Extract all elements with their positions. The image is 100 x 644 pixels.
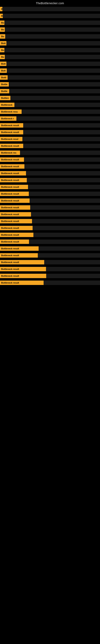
bar-background: [44, 260, 100, 264]
bar-background: [10, 96, 100, 100]
bar-label: Bo: [0, 27, 5, 32]
bar-background: [31, 212, 100, 216]
bar-background: [9, 89, 100, 94]
bar-label: Bottleneck result: [0, 192, 29, 196]
bar-row: Bottlen: [0, 94, 100, 102]
bar-label: Bottleneck result: [0, 233, 33, 237]
bar-background: [24, 158, 100, 162]
bar-row: Bottleneck result: [0, 211, 100, 218]
bar-background: [5, 55, 100, 59]
bar-row: Bottleneck r: [0, 115, 100, 122]
bar-label: Bottle: [0, 89, 9, 94]
bar-background: [29, 192, 100, 196]
bar-row: Bottleneck result: [0, 142, 100, 149]
bar-label: Bottleneck result: [0, 260, 44, 264]
bar-label: Bottleneck res: [0, 150, 20, 155]
bar-row: Bo: [0, 54, 100, 60]
bar-row: Bottle: [0, 81, 100, 88]
bar-background: [23, 130, 100, 134]
bar-background: [44, 280, 100, 285]
bar-label: Bottleneck result: [0, 212, 31, 216]
bar-label: Bo: [0, 48, 4, 52]
bar-background: [46, 267, 100, 271]
bar-row: Bottleneck result: [0, 156, 100, 163]
bar-background: [9, 82, 100, 86]
bar-background: [20, 150, 100, 155]
bar-row: Bottleneck result: [0, 224, 100, 232]
bar-row: Bo: [0, 19, 100, 26]
bar-row: Bottleneck result: [0, 177, 100, 184]
bar-background: [7, 68, 100, 73]
bar-label: Bottleneck result: [0, 178, 27, 182]
bar-row: Bottleneck result: [0, 197, 100, 204]
bar-row: Bottleneck result: [0, 204, 100, 211]
bar-label: Bott: [0, 41, 6, 46]
bar-row: B: [0, 6, 100, 12]
bar-background: [33, 233, 100, 237]
bar-label: Bottleneck result: [0, 205, 30, 210]
bar-label: Bottleneck: [0, 103, 14, 107]
bar-row: Bottleneck result: [0, 170, 100, 177]
bar-background: [4, 20, 100, 25]
bar-label: B: [0, 14, 3, 18]
bar-label: Bottlen: [0, 96, 10, 100]
bar-background: [28, 185, 100, 189]
bar-row: Bo: [0, 47, 100, 54]
bar-label: Bottleneck result: [0, 240, 29, 244]
bar-label: Bottleneck resu: [0, 110, 22, 114]
bar-background: [26, 171, 100, 176]
bar-label: Bottleneck result: [0, 130, 23, 134]
bar-label: Bottleneck result: [0, 280, 44, 285]
bar-label: Bottleneck result: [0, 267, 46, 271]
bar-label: Bottleneck result: [0, 246, 39, 251]
bar-row: Bottl: [0, 74, 100, 81]
bar-label: Bottleneck result: [0, 226, 33, 230]
bar-background: [23, 144, 100, 148]
bar-row: Bottleneck result: [0, 190, 100, 197]
bar-background: [22, 110, 100, 114]
bar-background: [5, 34, 100, 39]
bar-background: [46, 274, 100, 278]
bar-row: Bottleneck result: [0, 245, 100, 252]
bar-row: Bottleneck result: [0, 129, 100, 136]
bar-label: Bo: [0, 20, 4, 25]
bar-background: [5, 27, 100, 32]
bar-background: [27, 178, 100, 182]
bar-row: Bottleneck result: [0, 238, 100, 245]
bar-background: [24, 164, 100, 169]
bar-background: [32, 219, 100, 224]
bar-background: [30, 205, 100, 210]
bar-label: Bottleneck result: [0, 158, 24, 162]
bar-row: Bo: [0, 26, 100, 33]
bar-label: B: [0, 7, 2, 11]
bar-label: Bottleneck result: [0, 171, 26, 176]
bar-row: Bottleneck result: [0, 218, 100, 224]
bar-background: [33, 226, 100, 230]
bar-row: B: [0, 12, 100, 19]
bar-label: Bottleneck result: [0, 144, 23, 148]
bar-row: Bottleneck result: [0, 163, 100, 170]
bar-label: Bottleneck result: [0, 123, 23, 128]
bar-label: Bott: [0, 62, 6, 66]
bar-row: Bottleneck result: [0, 122, 100, 129]
bar-row: Bottleneck res: [0, 149, 100, 156]
bar-background: [3, 14, 100, 18]
bar-background: [4, 48, 100, 52]
bar-background: [23, 123, 100, 128]
bar-label: Bottle: [0, 82, 9, 86]
bar-background: [29, 240, 100, 244]
bar-background: [2, 7, 100, 11]
bar-background: [22, 137, 100, 141]
bar-background: [8, 75, 100, 80]
bar-label: Bottleneck result: [0, 164, 24, 169]
bar-background: [38, 253, 100, 258]
bar-row: Bottleneck: [0, 102, 100, 108]
bar-row: Bott: [0, 67, 100, 74]
bar-background: [6, 41, 100, 46]
site-title: TheBottlenecker.com: [0, 0, 100, 6]
bar-label: Bott: [0, 68, 7, 73]
bar-label: Bottleneck result: [0, 185, 28, 189]
bar-row: Bottleneck result: [0, 272, 100, 279]
bar-row: Bottleneck result: [0, 252, 100, 259]
bar-row: Bott: [0, 40, 100, 47]
